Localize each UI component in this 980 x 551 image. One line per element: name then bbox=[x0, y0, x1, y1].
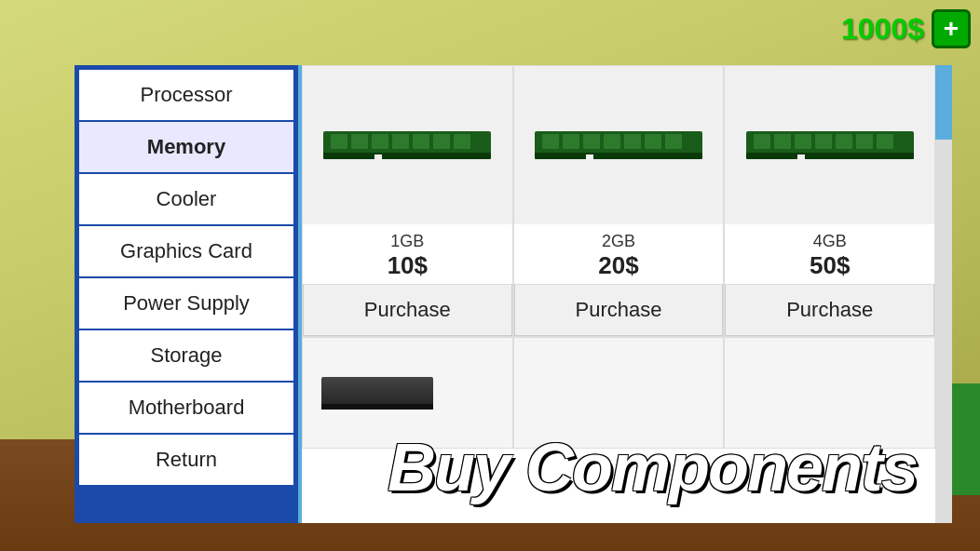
sidebar-item-processor[interactable]: Processor bbox=[79, 70, 293, 120]
svg-rect-23 bbox=[774, 134, 791, 149]
scrollbar-thumb[interactable] bbox=[935, 65, 952, 140]
svg-rect-11 bbox=[535, 153, 702, 159]
product-info-4gb: 4GB 50$ bbox=[725, 224, 934, 284]
svg-rect-8 bbox=[454, 134, 470, 149]
svg-rect-17 bbox=[645, 134, 661, 149]
product-image-1gb bbox=[303, 66, 512, 224]
sidebar-item-graphics-card[interactable]: Graphics Card bbox=[79, 226, 293, 276]
svg-rect-16 bbox=[624, 134, 641, 149]
purchase-button-4gb[interactable]: Purchase bbox=[725, 284, 934, 336]
sidebar-item-memory[interactable]: Memory bbox=[79, 122, 293, 172]
purchase-button-2gb[interactable]: Purchase bbox=[514, 284, 724, 336]
sidebar-item-storage[interactable]: Storage bbox=[79, 330, 293, 381]
add-currency-button[interactable]: + bbox=[932, 9, 971, 48]
svg-rect-21 bbox=[746, 153, 914, 159]
svg-rect-15 bbox=[604, 134, 620, 149]
svg-rect-29 bbox=[797, 155, 805, 164]
ram-image-2gb bbox=[535, 127, 702, 164]
product-info-1gb: 1GB 10$ bbox=[303, 224, 512, 284]
sidebar-item-return[interactable]: Return bbox=[79, 435, 293, 485]
content-area: 1GB 10$ Purchase bbox=[298, 65, 952, 523]
sidebar-item-power-supply[interactable]: Power Supply bbox=[79, 278, 293, 329]
product-cell-4gb: 4GB 50$ Purchase bbox=[724, 65, 935, 337]
svg-rect-4 bbox=[372, 134, 388, 149]
sidebar-item-cooler[interactable]: Cooler bbox=[79, 174, 293, 224]
sidebar: Processor Memory Cooler Graphics Card Po… bbox=[75, 65, 298, 523]
svg-rect-19 bbox=[586, 155, 593, 164]
product-cell-2gb: 2GB 20$ Purchase bbox=[513, 65, 725, 337]
dark-ram-image bbox=[321, 377, 433, 410]
svg-rect-5 bbox=[392, 134, 409, 149]
ram-image-1gb bbox=[323, 127, 491, 164]
svg-rect-7 bbox=[433, 134, 450, 149]
svg-rect-1 bbox=[323, 153, 491, 159]
svg-rect-25 bbox=[815, 134, 832, 149]
ram-image-4gb bbox=[746, 127, 914, 164]
product-price-1gb: 10$ bbox=[306, 251, 509, 280]
product-price-4gb: 50$ bbox=[728, 251, 931, 280]
top-bar: 1000$ + bbox=[841, 9, 971, 48]
scrollbar-track[interactable] bbox=[935, 65, 952, 523]
svg-rect-3 bbox=[351, 134, 368, 149]
sidebar-item-motherboard[interactable]: Motherboard bbox=[79, 383, 293, 433]
product-cell-row2-2 bbox=[513, 337, 725, 449]
svg-rect-12 bbox=[542, 134, 559, 149]
purchase-button-1gb[interactable]: Purchase bbox=[303, 284, 512, 336]
svg-rect-26 bbox=[836, 134, 852, 149]
product-label-2gb: 2GB bbox=[518, 232, 720, 251]
svg-rect-9 bbox=[374, 155, 382, 164]
svg-rect-13 bbox=[563, 134, 579, 149]
svg-rect-2 bbox=[331, 134, 347, 149]
product-grid: 1GB 10$ Purchase bbox=[302, 65, 935, 449]
svg-rect-27 bbox=[856, 134, 873, 149]
product-label-4gb: 4GB bbox=[728, 232, 931, 251]
main-panel: Processor Memory Cooler Graphics Card Po… bbox=[75, 65, 952, 523]
product-cell-1gb: 1GB 10$ Purchase bbox=[302, 65, 513, 337]
product-info-2gb: 2GB 20$ bbox=[514, 224, 724, 284]
currency-display: 1000$ bbox=[841, 12, 924, 47]
svg-rect-28 bbox=[877, 134, 893, 149]
product-cell-row2-1 bbox=[302, 337, 513, 449]
svg-rect-6 bbox=[413, 134, 429, 149]
product-cell-row2-3 bbox=[724, 337, 935, 449]
svg-rect-18 bbox=[665, 134, 682, 149]
product-image-2gb bbox=[514, 66, 724, 224]
product-image-4gb bbox=[725, 66, 934, 224]
product-label-1gb: 1GB bbox=[306, 232, 509, 251]
product-price-2gb: 20$ bbox=[518, 251, 720, 280]
svg-rect-22 bbox=[754, 134, 770, 149]
svg-rect-14 bbox=[583, 134, 600, 149]
svg-rect-24 bbox=[795, 134, 811, 149]
